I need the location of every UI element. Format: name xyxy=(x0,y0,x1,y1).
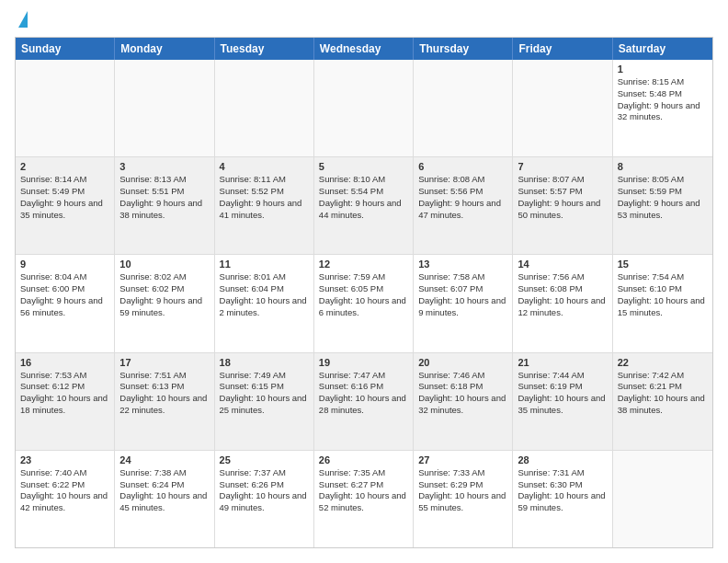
calendar-cell: 19Sunrise: 7:47 AM Sunset: 6:16 PM Dayli… xyxy=(314,353,414,450)
calendar-cell: 20Sunrise: 7:46 AM Sunset: 6:18 PM Dayli… xyxy=(414,353,513,450)
cell-info: Sunrise: 7:58 AM Sunset: 6:07 PM Dayligh… xyxy=(418,271,507,318)
calendar-cell: 9Sunrise: 8:04 AM Sunset: 6:00 PM Daylig… xyxy=(16,255,115,351)
calendar-cell: 8Sunrise: 8:05 AM Sunset: 5:59 PM Daylig… xyxy=(613,157,712,254)
cell-info: Sunrise: 7:46 AM Sunset: 6:18 PM Dayligh… xyxy=(418,370,507,417)
calendar-cell: 10Sunrise: 8:02 AM Sunset: 6:02 PM Dayli… xyxy=(115,255,214,351)
calendar-body: 1Sunrise: 8:15 AM Sunset: 5:48 PM Daylig… xyxy=(16,60,712,547)
calendar-cell: 11Sunrise: 8:01 AM Sunset: 6:04 PM Dayli… xyxy=(215,255,314,351)
cell-info: Sunrise: 7:38 AM Sunset: 6:24 PM Dayligh… xyxy=(119,467,209,514)
day-number: 28 xyxy=(518,454,607,465)
calendar-cell xyxy=(115,60,214,156)
cell-info: Sunrise: 7:54 AM Sunset: 6:10 PM Dayligh… xyxy=(618,271,708,318)
day-number: 25 xyxy=(220,454,309,465)
calendar-cell: 21Sunrise: 7:44 AM Sunset: 6:19 PM Dayli… xyxy=(513,353,612,450)
cell-info: Sunrise: 7:56 AM Sunset: 6:08 PM Dayligh… xyxy=(518,271,607,318)
page: SundayMondayTuesdayWednesdayThursdayFrid… xyxy=(0,0,728,563)
cell-info: Sunrise: 7:31 AM Sunset: 6:30 PM Dayligh… xyxy=(518,467,607,514)
calendar-week-5: 23Sunrise: 7:40 AM Sunset: 6:22 PM Dayli… xyxy=(16,451,712,547)
calendar-cell: 22Sunrise: 7:42 AM Sunset: 6:21 PM Dayli… xyxy=(613,353,712,450)
day-number: 14 xyxy=(518,259,607,270)
cell-info: Sunrise: 8:14 AM Sunset: 5:49 PM Dayligh… xyxy=(20,174,109,221)
calendar-cell: 1Sunrise: 8:15 AM Sunset: 5:48 PM Daylig… xyxy=(613,60,712,156)
calendar-cell: 14Sunrise: 7:56 AM Sunset: 6:08 PM Dayli… xyxy=(513,255,612,351)
calendar-cell: 3Sunrise: 8:13 AM Sunset: 5:51 PM Daylig… xyxy=(115,157,214,254)
logo xyxy=(15,15,28,28)
calendar-cell xyxy=(414,60,513,156)
day-of-week-tuesday: Tuesday xyxy=(215,38,314,60)
day-of-week-saturday: Saturday xyxy=(613,38,712,60)
calendar-cell: 24Sunrise: 7:38 AM Sunset: 6:24 PM Dayli… xyxy=(115,451,214,547)
day-number: 2 xyxy=(20,161,109,172)
cell-info: Sunrise: 7:59 AM Sunset: 6:05 PM Dayligh… xyxy=(319,271,408,318)
calendar-cell xyxy=(314,60,414,156)
calendar-cell: 7Sunrise: 8:07 AM Sunset: 5:57 PM Daylig… xyxy=(513,157,612,254)
day-number: 23 xyxy=(20,454,109,465)
cell-info: Sunrise: 8:13 AM Sunset: 5:51 PM Dayligh… xyxy=(119,174,209,221)
day-number: 13 xyxy=(418,259,507,270)
cell-info: Sunrise: 8:01 AM Sunset: 6:04 PM Dayligh… xyxy=(220,271,309,318)
cell-info: Sunrise: 7:49 AM Sunset: 6:15 PM Dayligh… xyxy=(220,370,309,417)
calendar-cell: 15Sunrise: 7:54 AM Sunset: 6:10 PM Dayli… xyxy=(613,255,712,351)
day-number: 10 xyxy=(119,259,209,270)
calendar-cell: 13Sunrise: 7:58 AM Sunset: 6:07 PM Dayli… xyxy=(414,255,513,351)
day-number: 11 xyxy=(220,259,309,270)
cell-info: Sunrise: 7:44 AM Sunset: 6:19 PM Dayligh… xyxy=(518,370,607,417)
calendar-cell: 25Sunrise: 7:37 AM Sunset: 6:26 PM Dayli… xyxy=(215,451,314,547)
calendar-header: SundayMondayTuesdayWednesdayThursdayFrid… xyxy=(16,38,712,60)
cell-info: Sunrise: 7:33 AM Sunset: 6:29 PM Dayligh… xyxy=(418,467,507,514)
cell-info: Sunrise: 7:51 AM Sunset: 6:13 PM Dayligh… xyxy=(119,370,209,417)
calendar-cell: 12Sunrise: 7:59 AM Sunset: 6:05 PM Dayli… xyxy=(314,255,414,351)
calendar-cell: 17Sunrise: 7:51 AM Sunset: 6:13 PM Dayli… xyxy=(115,353,214,450)
cell-info: Sunrise: 7:53 AM Sunset: 6:12 PM Dayligh… xyxy=(20,370,109,417)
calendar-cell: 6Sunrise: 8:08 AM Sunset: 5:56 PM Daylig… xyxy=(414,157,513,254)
day-number: 16 xyxy=(20,357,109,368)
calendar-cell: 2Sunrise: 8:14 AM Sunset: 5:49 PM Daylig… xyxy=(16,157,115,254)
day-number: 6 xyxy=(418,161,507,172)
day-number: 7 xyxy=(518,161,607,172)
calendar-cell: 28Sunrise: 7:31 AM Sunset: 6:30 PM Dayli… xyxy=(513,451,612,547)
day-number: 1 xyxy=(618,63,708,75)
day-number: 5 xyxy=(319,161,408,172)
day-of-week-sunday: Sunday xyxy=(16,38,115,60)
day-number: 9 xyxy=(20,259,109,270)
calendar-cell: 18Sunrise: 7:49 AM Sunset: 6:15 PM Dayli… xyxy=(215,353,314,450)
day-of-week-wednesday: Wednesday xyxy=(314,38,414,60)
day-number: 18 xyxy=(220,357,309,368)
calendar-cell xyxy=(513,60,612,156)
calendar-week-2: 2Sunrise: 8:14 AM Sunset: 5:49 PM Daylig… xyxy=(16,157,712,255)
cell-info: Sunrise: 8:11 AM Sunset: 5:52 PM Dayligh… xyxy=(220,174,309,221)
calendar-cell: 23Sunrise: 7:40 AM Sunset: 6:22 PM Dayli… xyxy=(16,451,115,547)
cell-info: Sunrise: 7:47 AM Sunset: 6:16 PM Dayligh… xyxy=(319,370,408,417)
day-of-week-friday: Friday xyxy=(513,38,612,60)
cell-info: Sunrise: 8:04 AM Sunset: 6:00 PM Dayligh… xyxy=(20,271,109,318)
cell-info: Sunrise: 8:07 AM Sunset: 5:57 PM Dayligh… xyxy=(518,174,607,221)
logo-text xyxy=(15,15,28,28)
calendar-week-4: 16Sunrise: 7:53 AM Sunset: 6:12 PM Dayli… xyxy=(16,353,712,451)
day-number: 8 xyxy=(618,161,708,172)
cell-info: Sunrise: 7:40 AM Sunset: 6:22 PM Dayligh… xyxy=(20,467,109,514)
day-number: 27 xyxy=(418,454,507,465)
day-of-week-thursday: Thursday xyxy=(414,38,513,60)
calendar-cell xyxy=(613,451,712,547)
calendar-week-1: 1Sunrise: 8:15 AM Sunset: 5:48 PM Daylig… xyxy=(16,60,712,157)
day-of-week-monday: Monday xyxy=(115,38,214,60)
cell-info: Sunrise: 8:08 AM Sunset: 5:56 PM Dayligh… xyxy=(418,174,507,221)
day-number: 15 xyxy=(618,259,708,270)
cell-info: Sunrise: 7:37 AM Sunset: 6:26 PM Dayligh… xyxy=(220,467,309,514)
cell-info: Sunrise: 8:05 AM Sunset: 5:59 PM Dayligh… xyxy=(618,174,708,221)
day-number: 21 xyxy=(518,357,607,368)
day-number: 17 xyxy=(119,357,209,368)
calendar-week-3: 9Sunrise: 8:04 AM Sunset: 6:00 PM Daylig… xyxy=(16,255,712,352)
calendar-cell: 5Sunrise: 8:10 AM Sunset: 5:54 PM Daylig… xyxy=(314,157,414,254)
header xyxy=(15,15,713,28)
day-number: 26 xyxy=(319,454,408,465)
day-number: 12 xyxy=(319,259,408,270)
cell-info: Sunrise: 7:35 AM Sunset: 6:27 PM Dayligh… xyxy=(319,467,408,514)
day-number: 3 xyxy=(119,161,209,172)
calendar-cell: 16Sunrise: 7:53 AM Sunset: 6:12 PM Dayli… xyxy=(16,353,115,450)
day-number: 22 xyxy=(618,357,708,368)
cell-info: Sunrise: 8:10 AM Sunset: 5:54 PM Dayligh… xyxy=(319,174,408,221)
cell-info: Sunrise: 7:42 AM Sunset: 6:21 PM Dayligh… xyxy=(618,370,708,417)
calendar-cell: 26Sunrise: 7:35 AM Sunset: 6:27 PM Dayli… xyxy=(314,451,414,547)
logo-triangle-icon xyxy=(18,11,28,28)
